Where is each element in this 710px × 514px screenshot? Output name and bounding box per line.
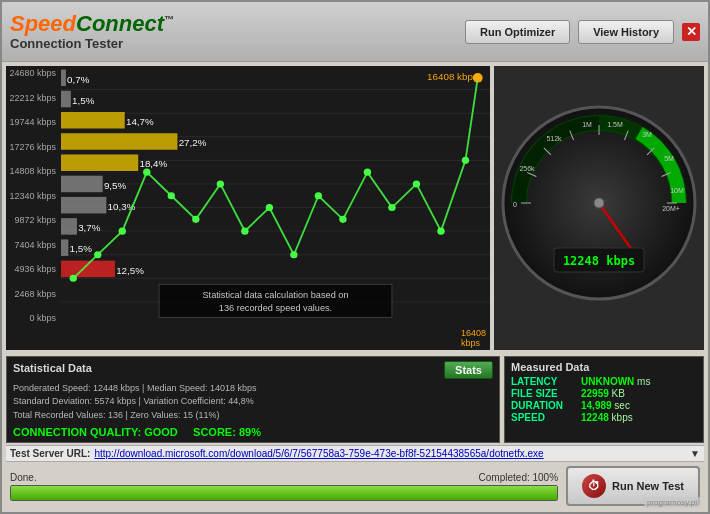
svg-point-37	[192, 216, 199, 223]
svg-rect-10	[61, 70, 66, 87]
speed-value: 12248	[581, 412, 609, 423]
svg-point-34	[119, 228, 126, 235]
svg-point-42	[315, 192, 322, 199]
svg-text:Statistical data calculation b: Statistical data calculation based on	[202, 291, 348, 301]
filesize-unit: KB	[609, 388, 625, 399]
chart-bottom: 16408kbps	[6, 326, 490, 350]
url-dropdown-icon[interactable]: ▼	[690, 448, 700, 459]
svg-text:0: 0	[513, 201, 517, 208]
run-icon: ⏱	[582, 474, 606, 498]
logo: SpeedConnect™ Connection Tester	[10, 12, 174, 51]
svg-rect-13	[61, 133, 177, 150]
svg-rect-15	[61, 176, 103, 193]
logo-tm: ™	[164, 14, 174, 25]
measured-data-panel: Measured Data LATENCY UNKNOWN ms FILE SI…	[504, 356, 704, 444]
y-label-0: 24680 kbps	[8, 68, 59, 78]
progress-done-text: Done.	[10, 472, 37, 483]
svg-point-44	[364, 169, 371, 176]
svg-point-47	[437, 228, 444, 235]
run-optimizer-button[interactable]: Run Optimizer	[465, 20, 570, 44]
svg-point-38	[217, 180, 224, 187]
y-label-7: 7404 kbps	[8, 240, 59, 250]
svg-point-49	[474, 74, 481, 81]
stat-line1: Ponderated Speed: 12448 kbps | Median Sp…	[13, 383, 257, 393]
svg-rect-18	[61, 239, 68, 256]
stat-text-1: Ponderated Speed: 12448 kbps | Median Sp…	[13, 382, 493, 423]
svg-text:5M: 5M	[664, 155, 674, 162]
chart-y-labels: 24680 kbps 22212 kbps 19744 kbps 17276 k…	[6, 66, 61, 326]
duration-value: 14,989	[581, 400, 612, 411]
svg-text:256k: 256k	[519, 165, 535, 172]
stat-right-header: Measured Data	[511, 361, 697, 373]
run-btn-label: Run New Test	[612, 480, 684, 492]
svg-point-46	[413, 180, 420, 187]
svg-point-40	[266, 204, 273, 211]
svg-point-35	[143, 169, 150, 176]
svg-text:136 recorded speed values.: 136 recorded speed values.	[219, 304, 332, 314]
stats-row: Statistical Data Stats Ponderated Speed:…	[6, 356, 704, 444]
title-bar: SpeedConnect™ Connection Tester Run Opti…	[2, 2, 708, 62]
svg-text:20M+: 20M+	[662, 205, 680, 212]
y-label-9: 2468 kbps	[8, 289, 59, 299]
svg-point-45	[388, 204, 395, 211]
watermark: programosy.pl	[644, 497, 700, 508]
toolbar-buttons: Run Optimizer View History ✕	[465, 20, 700, 44]
main-window: SpeedConnect™ Connection Tester Run Opti…	[0, 0, 710, 514]
duration-label: DURATION	[511, 400, 581, 411]
svg-rect-16	[61, 197, 106, 214]
svg-text:12248 kbps: 12248 kbps	[563, 254, 635, 268]
svg-point-48	[462, 157, 469, 164]
statistical-data-panel: Statistical Data Stats Ponderated Speed:…	[6, 356, 500, 444]
y-label-4: 14808 kbps	[8, 166, 59, 176]
bottom-section: Statistical Data Stats Ponderated Speed:…	[2, 354, 708, 513]
svg-text:12,5%: 12,5%	[116, 265, 144, 276]
svg-point-73	[594, 198, 604, 208]
svg-text:3M: 3M	[642, 131, 652, 138]
svg-point-33	[94, 251, 101, 258]
latency-value: UNKNOWN	[581, 376, 634, 387]
progress-status: Done. Completed: 100%	[10, 472, 558, 483]
progress-completed-text: Completed: 100%	[479, 472, 559, 483]
svg-text:16408 kbps: 16408 kbps	[427, 71, 478, 82]
y-label-3: 17276 kbps	[8, 142, 59, 152]
svg-text:0,7%: 0,7%	[67, 74, 90, 85]
progress-row: Done. Completed: 100% ⏱ Run New Test pro…	[6, 462, 704, 510]
svg-point-41	[290, 251, 297, 258]
svg-text:512k: 512k	[546, 135, 562, 142]
chart-svg: 0,7% 1,5% 14,7% 27,2% 18,4% 9,5% 10,3% 3…	[61, 66, 490, 326]
y-label-5: 12340 kbps	[8, 191, 59, 201]
speed-unit: kbps	[609, 412, 633, 423]
chart-area: 24680 kbps 22212 kbps 19744 kbps 17276 k…	[6, 66, 490, 326]
progress-bar-background	[10, 485, 558, 501]
measured-row-speed: SPEED 12248 kbps	[511, 412, 697, 423]
close-button[interactable]: ✕	[682, 23, 700, 41]
duration-unit: sec	[612, 400, 630, 411]
measured-row-filesize: FILE SIZE 22959 KB	[511, 388, 697, 399]
y-label-1: 22212 kbps	[8, 93, 59, 103]
quality-label: CONNECTION QUALITY: GOOD	[13, 426, 178, 438]
filesize-value: 22959	[581, 388, 609, 399]
logo-subtitle: Connection Tester	[10, 36, 174, 51]
url-label: Test Server URL:	[10, 448, 90, 459]
measured-row-latency: LATENCY UNKNOWN ms	[511, 376, 697, 387]
score-label: SCORE: 89%	[193, 426, 261, 438]
speedometer: 0 256k 512k 1M 1.5M 3M 5M 10M 20M+ 12248…	[499, 103, 699, 313]
view-history-button[interactable]: View History	[578, 20, 674, 44]
speedometer-panel: 0 256k 512k 1M 1.5M 3M 5M 10M 20M+ 12248…	[494, 66, 704, 350]
svg-point-39	[241, 228, 248, 235]
svg-point-32	[70, 275, 77, 282]
svg-text:1M: 1M	[582, 121, 592, 128]
url-bar: Test Server URL: http://download.microso…	[6, 445, 704, 462]
svg-rect-14	[61, 154, 138, 171]
stat-left-header: Statistical Data	[13, 362, 92, 374]
svg-point-36	[168, 192, 175, 199]
url-text[interactable]: http://download.microsoft.com/download/5…	[94, 448, 686, 459]
chart-max-value: 16408kbps	[461, 328, 486, 348]
stats-button[interactable]: Stats	[444, 361, 493, 379]
svg-text:27,2%: 27,2%	[179, 137, 207, 148]
chart-panel: 24680 kbps 22212 kbps 19744 kbps 17276 k…	[6, 66, 490, 350]
stat-line2: Standard Deviation: 5574 kbps | Variatio…	[13, 396, 254, 406]
stat-line3: Total Recorded Values: 136 | Zero Values…	[13, 410, 220, 420]
svg-rect-12	[61, 112, 125, 129]
y-label-8: 4936 kbps	[8, 264, 59, 274]
